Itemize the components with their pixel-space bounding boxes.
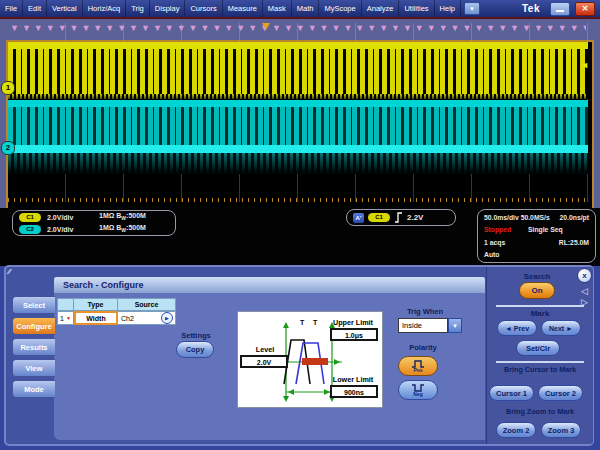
- menu-analyze[interactable]: Analyze: [362, 0, 400, 17]
- t-mark-1: T: [300, 319, 304, 326]
- trigger-level-value: 2.2V: [407, 213, 423, 222]
- polarity-neg-button[interactable]: Neg: [398, 380, 438, 400]
- bring-cursor-label: Bring Cursor to Mark: [490, 365, 590, 374]
- timebase-scale: 50.0ms/div: [484, 214, 519, 221]
- zoom3-button[interactable]: Zoom 3: [541, 422, 581, 438]
- resolution: 20.0ns/pt: [560, 214, 589, 221]
- acquisition-mode: Single Seq: [528, 226, 563, 233]
- tab-configure[interactable]: Configure: [12, 317, 55, 335]
- menu-measure[interactable]: Measure: [223, 0, 263, 17]
- menu-vertical[interactable]: Vertical: [47, 0, 83, 17]
- tek-logo: Tek: [522, 3, 550, 14]
- oscilloscope-screen: File Edit Vertical Horiz/Acq Trig Displa…: [0, 0, 600, 450]
- acquisition-status: Stopped: [484, 226, 528, 233]
- tab-mode[interactable]: Mode: [12, 380, 55, 398]
- record-length: RL:25.0M: [559, 239, 589, 246]
- ch2-badge: C2: [19, 225, 41, 234]
- ch1-waveform-top: [8, 42, 588, 49]
- menu-myscope[interactable]: MyScope: [319, 0, 361, 17]
- copy-settings-button[interactable]: Copy: [176, 341, 214, 358]
- header-source: Source: [118, 298, 176, 311]
- header-type: Type: [74, 298, 118, 311]
- settings-label: Settings: [176, 331, 216, 340]
- chevron-down-icon: ▼: [452, 323, 458, 329]
- ch2-waveform: [8, 107, 588, 145]
- menu-help[interactable]: Help: [435, 0, 461, 17]
- ch2-waveform-noise: [8, 153, 588, 174]
- search-marks-row: ▼▼▼▼▼▼▼▼▼▼▼▼▼▼▼▼▼▼▼▼▼▼▼▼▼▼▼▼▼▼▼▼▼▼▼▼▼▼▼▼…: [10, 23, 586, 34]
- dialog-grip-icon[interactable]: ⁄⁄: [8, 267, 11, 276]
- source-expand-icon[interactable]: ▶: [161, 312, 173, 324]
- panel-divider-1: [496, 305, 584, 307]
- t-mark-2: T: [313, 319, 317, 326]
- close-icon: ✕: [582, 4, 589, 13]
- collapse-left-icon[interactable]: ◁: [581, 287, 588, 296]
- menu-cursors[interactable]: Cursors: [185, 0, 222, 17]
- trigger-a-badge: A': [353, 213, 364, 223]
- menu-math[interactable]: Math: [292, 0, 320, 17]
- search-label: Search: [512, 272, 562, 281]
- ch2-coupling: 1MΩ BW:500M: [99, 224, 146, 233]
- cursor2-button[interactable]: Cursor 2: [538, 385, 583, 401]
- cursor1-button[interactable]: Cursor 1: [489, 385, 534, 401]
- menu-overflow-button[interactable]: ▼: [464, 2, 480, 15]
- horizontal-readout-box: 50.0ms/div 50.0MS/s 20.0ns/pt Stopped Si…: [477, 209, 596, 263]
- bring-zoom-label: Bring Zoom to Mark: [492, 407, 588, 416]
- menu-trig[interactable]: Trig: [126, 0, 150, 17]
- lower-limit-value[interactable]: 900ns: [330, 385, 378, 398]
- tab-results[interactable]: Results: [12, 338, 55, 356]
- ch1-waveform: [8, 49, 588, 94]
- table-header-row: Type Source: [57, 298, 176, 311]
- tab-view[interactable]: View: [12, 359, 55, 377]
- trigger-mode: Auto: [484, 251, 499, 258]
- row-marker-icon: ▼: [66, 315, 71, 321]
- ch2-waveform-baseline: [8, 145, 588, 153]
- ch1-badge: C1: [19, 213, 41, 222]
- mark-setclr-button[interactable]: Set/Clr: [516, 340, 560, 356]
- dialog-title: Search - Configure: [54, 277, 485, 293]
- lower-limit-label: Lower Limit: [324, 375, 382, 384]
- trigger-readout-box[interactable]: A' C1 2.2V: [346, 209, 456, 226]
- trigger-level-arrow[interactable]: ◄: [580, 61, 589, 70]
- search-on-button[interactable]: On: [519, 282, 555, 299]
- menu-bar: File Edit Vertical Horiz/Acq Trig Displa…: [0, 0, 600, 17]
- trigger-position-marker[interactable]: [262, 23, 270, 30]
- ch1-readout[interactable]: C1 2.0V/div 1MΩ BW:500M: [19, 212, 175, 223]
- trig-when-select[interactable]: Inside: [398, 318, 448, 333]
- minimize-button[interactable]: [550, 2, 570, 16]
- rising-edge-icon: [394, 212, 403, 223]
- ch2-reference-marker[interactable]: 2: [1, 141, 15, 155]
- polarity-pos-button[interactable]: Pos: [398, 356, 438, 376]
- zoom2-button[interactable]: Zoom 2: [496, 422, 536, 438]
- tab-select[interactable]: Select: [12, 296, 55, 314]
- ch1-reference-marker[interactable]: 1: [1, 81, 15, 95]
- row-number-cell[interactable]: 1▼: [57, 311, 74, 325]
- type-cell[interactable]: Width: [74, 311, 118, 325]
- upper-limit-value[interactable]: 1.0μs: [330, 328, 378, 341]
- ch2-scale: 2.0V/div: [47, 226, 99, 233]
- menu-edit[interactable]: Edit: [23, 0, 47, 17]
- horizontal-ruler-ticks: [8, 198, 588, 202]
- source-cell[interactable]: Ch2 ▶: [118, 311, 176, 325]
- trig-when-dropdown-button[interactable]: ▼: [448, 318, 462, 333]
- upper-limit-label: Upper Limit: [324, 318, 382, 327]
- menu-display[interactable]: Display: [150, 0, 186, 17]
- mark-next-button[interactable]: Next ►: [541, 320, 581, 336]
- mark-prev-button[interactable]: ◄ Prev: [497, 320, 537, 336]
- trig-when-label: Trig When: [396, 307, 454, 316]
- panel-divider-2: [496, 361, 584, 363]
- trigger-source-badge: C1: [368, 213, 390, 222]
- ch1-waveform-base: [8, 94, 588, 99]
- minimize-icon: [556, 10, 564, 12]
- close-window-button[interactable]: ✕: [575, 2, 595, 16]
- readout-strip: C1 2.0V/div 1MΩ BW:500M C2 2.0V/div 1MΩ …: [0, 208, 600, 266]
- menu-file[interactable]: File: [0, 0, 23, 17]
- dialog-close-button[interactable]: x: [577, 268, 592, 283]
- menu-utilities[interactable]: Utilities: [399, 0, 434, 17]
- sample-rate: 50.0MS/s: [521, 214, 550, 221]
- ch2-readout[interactable]: C2 2.0V/div 1MΩ BW:500M: [19, 224, 175, 235]
- chevron-down-icon: ▼: [469, 6, 475, 12]
- menu-mask[interactable]: Mask: [263, 0, 292, 17]
- menu-horiz-acq[interactable]: Horiz/Acq: [83, 0, 127, 17]
- level-value[interactable]: 2.0V: [240, 355, 288, 368]
